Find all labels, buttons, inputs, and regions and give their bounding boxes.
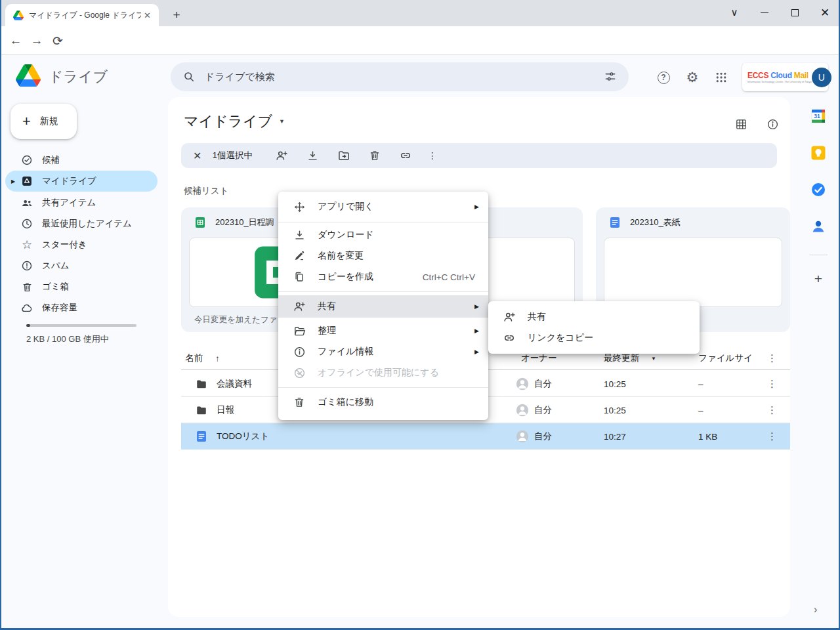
window-close-button[interactable]: ✕ <box>810 0 840 25</box>
submenu-item-share[interactable]: 共有 <box>488 306 700 327</box>
forward-button[interactable]: → <box>26 33 47 48</box>
submenu-arrow-icon: ▶ <box>474 327 479 334</box>
menu-item-move-to-trash[interactable]: ゴミ箱に移動 <box>278 391 488 413</box>
check-circle-icon <box>21 154 33 166</box>
sort-asc-icon[interactable]: ↑ <box>215 354 220 364</box>
owner-avatar <box>516 430 529 443</box>
sidebar-item-my-drive[interactable]: ▶ マイドライブ <box>5 171 158 192</box>
account-badge[interactable]: ECCS Cloud Mail Information Technology C… <box>742 63 828 91</box>
clear-selection-icon[interactable]: ✕ <box>193 150 201 162</box>
header-owner[interactable]: オーナー <box>521 352 557 364</box>
search-input[interactable]: ドライブで検索 <box>171 62 629 91</box>
row-more-icon[interactable]: ⋮ <box>767 430 777 442</box>
file-row-3-selected[interactable]: TODOリスト 自分 10:27 1 KB ⋮ <box>181 423 790 450</box>
header-modified[interactable]: 最終更新 <box>604 352 639 364</box>
menu-item-file-info[interactable]: ファイル情報 ▶ <box>278 341 488 362</box>
submenu-arrow-icon: ▶ <box>474 348 479 355</box>
download-icon <box>293 228 306 242</box>
share-user-add-icon[interactable] <box>275 149 288 162</box>
menu-item-organize[interactable]: 整理 ▶ <box>278 320 488 341</box>
menu-divider <box>278 387 488 388</box>
browser-titlebar: マイドライブ - Google ドライブ ✕ + ∨ ✕ <box>0 0 840 26</box>
sheets-icon <box>194 217 206 228</box>
window-menu-icon[interactable]: ∨ <box>719 0 749 25</box>
trash-icon <box>21 281 33 293</box>
clock-icon <box>21 218 33 230</box>
window-maximize-button[interactable] <box>780 0 810 25</box>
row-more-icon[interactable]: ⋮ <box>767 378 777 390</box>
header-size[interactable]: ファイルサイ <box>698 352 753 364</box>
window-minimize-button[interactable] <box>749 0 780 25</box>
search-options-icon[interactable] <box>604 70 617 83</box>
settings-gear-icon[interactable]: ⚙ <box>684 69 701 86</box>
context-menu: アプリで開く ▶ ダウンロード 名前を変更 コピーを作成 Ctrl+C Ctrl… <box>278 192 488 420</box>
more-actions-icon[interactable]: ⋮ <box>428 150 437 161</box>
offline-check-icon <box>293 366 306 379</box>
sidebar-item-storage[interactable]: 保存容量 <box>5 297 158 318</box>
new-tab-button[interactable]: + <box>168 7 185 24</box>
menu-item-share[interactable]: 共有 ▶ <box>278 295 488 318</box>
header-more-icon[interactable]: ⋮ <box>767 352 777 364</box>
add-panel-app-icon[interactable]: + <box>811 272 826 286</box>
card-thumbnail <box>604 238 782 307</box>
sidebar-item-starred[interactable]: ☆ スター付き <box>5 234 158 255</box>
submenu-arrow-icon: ▶ <box>474 303 479 310</box>
account-avatar[interactable]: U <box>812 68 831 87</box>
download-icon[interactable] <box>306 150 319 162</box>
strip-divider <box>809 255 828 255</box>
keep-icon[interactable] <box>811 146 826 160</box>
selection-count: 1個選択中 <box>212 150 253 161</box>
copy-icon <box>293 270 306 284</box>
expand-arrow-icon[interactable]: ▶ <box>11 178 15 184</box>
browser-tab[interactable]: マイドライブ - Google ドライブ ✕ <box>5 4 159 26</box>
selection-toolbar: ✕ 1個選択中 ⋮ <box>181 143 777 168</box>
submenu-arrow-icon: ▶ <box>474 203 479 210</box>
row-more-icon[interactable]: ⋮ <box>767 404 777 416</box>
back-button[interactable]: ← <box>5 33 26 48</box>
sidebar-item-recent[interactable]: 最近使用したアイテム <box>5 213 158 234</box>
svg-text:31: 31 <box>814 113 820 119</box>
tasks-icon[interactable] <box>811 182 826 197</box>
sidebar-item-trash[interactable]: ゴミ箱 <box>5 276 158 297</box>
window-border-left <box>0 0 1 630</box>
tab-title: マイドライブ - Google ドライブ <box>29 10 141 21</box>
account-brand: ECCS Cloud Mail <box>747 72 812 79</box>
help-icon[interactable]: ? <box>655 69 672 86</box>
trash-icon[interactable] <box>369 150 381 161</box>
header-name[interactable]: 名前 <box>185 352 203 364</box>
info-icon <box>293 345 306 358</box>
sidebar-item-shared[interactable]: 共有アイテム <box>5 192 158 213</box>
contacts-icon[interactable] <box>811 219 826 234</box>
grid-view-toggle-icon[interactable] <box>734 117 748 131</box>
reload-button[interactable]: ⟳ <box>47 33 68 49</box>
collapse-strip-chevron-icon[interactable]: › <box>814 604 817 616</box>
menu-divider <box>278 291 488 292</box>
modified-caret-icon: ▼ <box>651 356 656 362</box>
menu-item-make-copy[interactable]: コピーを作成 Ctrl+C Ctrl+V <box>278 266 488 287</box>
suggestions-label: 候補リスト <box>184 185 228 197</box>
copy-link-icon[interactable] <box>399 149 412 162</box>
calendar-icon[interactable]: 31 <box>811 109 826 123</box>
sidebar-item-suggested[interactable]: 候補 <box>5 150 158 171</box>
sidebar-item-spam[interactable]: スパム <box>5 255 158 276</box>
menu-item-open-with[interactable]: アプリで開く ▶ <box>278 196 488 218</box>
copy-link-icon <box>503 331 516 345</box>
search-icon <box>182 70 196 83</box>
menu-item-rename[interactable]: 名前を変更 <box>278 245 488 266</box>
plus-icon: + <box>22 113 31 130</box>
apps-grid-icon[interactable] <box>713 69 730 86</box>
page-title[interactable]: マイドライブ ▼ <box>184 112 285 131</box>
folder-icon <box>196 404 207 416</box>
browser-window: マイドライブ - Google ドライブ ✕ + ∨ ✕ ← → ⟳ drive… <box>0 0 840 630</box>
my-drive-icon <box>21 175 33 187</box>
storage-progress-fill <box>26 324 30 327</box>
move-to-folder-icon[interactable] <box>337 149 350 162</box>
submenu-item-copy-link[interactable]: リンクをコピー <box>488 327 700 348</box>
share-user-add-icon <box>503 310 516 324</box>
card-title: 202310_日程調 <box>215 217 274 228</box>
details-info-icon[interactable] <box>765 117 780 131</box>
browser-toolbar: ← → ⟳ drive.google.com/drive/my-drive ☆ … <box>0 26 840 55</box>
new-button[interactable]: + 新規 <box>10 104 77 139</box>
menu-item-download[interactable]: ダウンロード <box>278 224 488 245</box>
tab-close-icon[interactable]: ✕ <box>141 10 154 20</box>
